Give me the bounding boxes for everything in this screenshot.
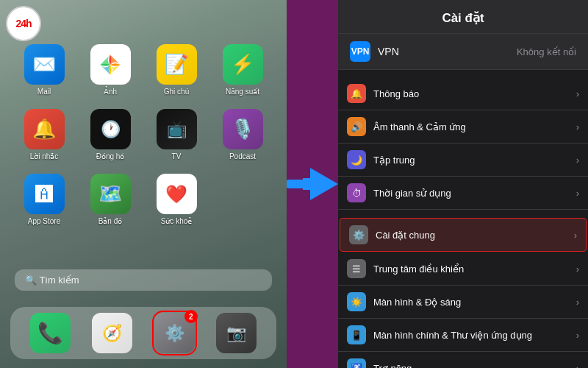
dock-phone[interactable]: 📞 [30,313,71,353]
app-health-label: Sức khoẻ [161,217,193,225]
tronang-icon: ♿ [347,358,366,368]
settings-manhinhchinh[interactable]: 📱 Màn hình chính & Thư viện ứng dụng › [338,319,588,352]
dock-safari[interactable]: 🧭 [92,313,132,353]
settings-caidatchung[interactable]: ⚙️ Cài đặt chung › [340,218,587,252]
app-reminder[interactable]: 🔔 Lời nhắc [15,109,74,160]
app-maps[interactable]: 🗺️ Bản đồ [81,174,140,225]
settings-screen: Cài đặt VPN VPN Không kết nối 🔔 Thông bá… [338,0,588,368]
app-podcast-label: Podcast [229,152,256,160]
thongbao-icon: 🔔 [347,84,366,103]
vpn-icon: VPN [350,41,370,62]
settings-tronang[interactable]: ♿ Trợ năng › [338,352,588,368]
appstore-icon: 🅰 [24,174,65,214]
thongbao-label: Thông báo [373,88,576,99]
dock-camera[interactable]: 📷 [216,313,257,353]
trungtam-label: Trung tâm điều khiển [373,263,576,275]
iphone-home-screen: 24h ✉️ Mail [0,0,287,368]
battery-icon: ⚡ [223,44,263,85]
settings-thongbao[interactable]: 🔔 Thông báo › [338,77,588,110]
mail-icon: ✉️ [24,44,65,85]
dock-settings[interactable]: ⚙️ 2 [154,313,195,353]
settings-header: Cài đặt [338,0,588,34]
settings-manhinh[interactable]: ☀️ Màn hình & Độ sáng › [338,286,588,319]
app-podcast[interactable]: 🎙️ Podcast [213,109,272,160]
reminder-icon: 🔔 [24,109,65,149]
manhinh-label: Màn hình & Độ sáng [373,297,576,308]
dock: 📞 🧭 ⚙️ 2 📷 [10,307,276,359]
app-health[interactable]: ❤️ Sức khoẻ [147,174,206,225]
app-notes[interactable]: 📝 Ghi chú [147,44,206,96]
health-icon: ❤️ [157,174,197,214]
settings-badge: 2 [184,310,198,323]
taptrung-label: Tập trung [373,155,576,166]
tv-icon: 📺 [157,109,197,149]
app-battery[interactable]: ⚡ Năng suất [213,44,272,96]
app-notes-label: Ghi chú [164,88,189,96]
app-tv[interactable]: 📺 TV [147,109,206,160]
caidatchung-label: Cài đặt chung [376,230,574,241]
settings-amthanh[interactable]: 🔊 Âm thanh & Cảm ứng › [338,110,588,144]
manhinhchinh-icon: 📱 [347,325,366,344]
settings-title: Cài đặt [442,11,484,25]
arrow-container [287,0,338,368]
app-grid: ✉️ Mail Ảnh [15,44,272,225]
logo-text: 24h [6,6,41,41]
logo-24h: 24h [6,6,41,41]
vpn-row[interactable]: VPN VPN Không kết nối [338,34,588,70]
amthanh-icon: 🔊 [347,117,366,136]
maps-icon: 🗺️ [90,174,131,214]
app-appstore-label: App Store [28,217,60,225]
app-maps-label: Bản đồ [98,217,123,225]
thongbao-chevron: › [576,88,579,99]
app-mail[interactable]: ✉️ Mail [15,44,74,96]
app-clock[interactable]: 🕐 Đồng hồ [81,109,140,160]
vpn-left: VPN VPN [350,41,399,62]
app-clock-label: Đồng hồ [96,152,125,160]
settings-thoigian[interactable]: ⏱ Thời gian sử dụng › [338,177,588,210]
search-bar-text: 🔍 Tìm kiếm [25,275,79,286]
vpn-label: VPN [378,46,399,57]
podcast-icon: 🎙️ [223,109,263,149]
app-mail-label: Mail [37,88,51,96]
app-photos-label: Ảnh [104,88,117,96]
caidatchung-icon: ⚙️ [349,225,368,244]
search-bar[interactable]: 🔍 Tìm kiếm [15,269,272,291]
thoigian-icon: ⏱ [347,183,366,202]
thoigian-label: Thời gian sử dụng [373,188,576,199]
trungtam-icon: ☰ [347,259,366,278]
vpn-status: Không kết nối [517,46,576,57]
app-photos[interactable]: Ảnh [81,44,140,96]
app-reminder-label: Lời nhắc [30,152,59,160]
app-tv-label: TV [172,152,182,160]
settings-taptrung[interactable]: 🌙 Tập trung › [338,144,588,177]
app-battery-label: Năng suất [226,88,259,96]
settings-trungtam[interactable]: ☰ Trung tâm điều khiển › [338,252,588,286]
app-appstore[interactable]: 🅰 App Store [15,174,74,225]
photos-icon [90,44,131,85]
manhinh-icon: ☀️ [347,292,366,311]
clock-icon: 🕐 [90,109,131,149]
taptrung-icon: 🌙 [347,150,366,169]
direction-arrow [310,168,338,200]
notes-icon: 📝 [157,44,197,85]
amthanh-label: Âm thanh & Cảm ứng [373,121,576,132]
tronang-label: Trợ năng [373,363,576,369]
settings-list: 🔔 Thông báo › 🔊 Âm thanh & Cảm ứng › 🌙 T… [338,70,588,368]
manhinhchinh-label: Màn hình chính & Thư viện ứng dụng [373,330,576,341]
